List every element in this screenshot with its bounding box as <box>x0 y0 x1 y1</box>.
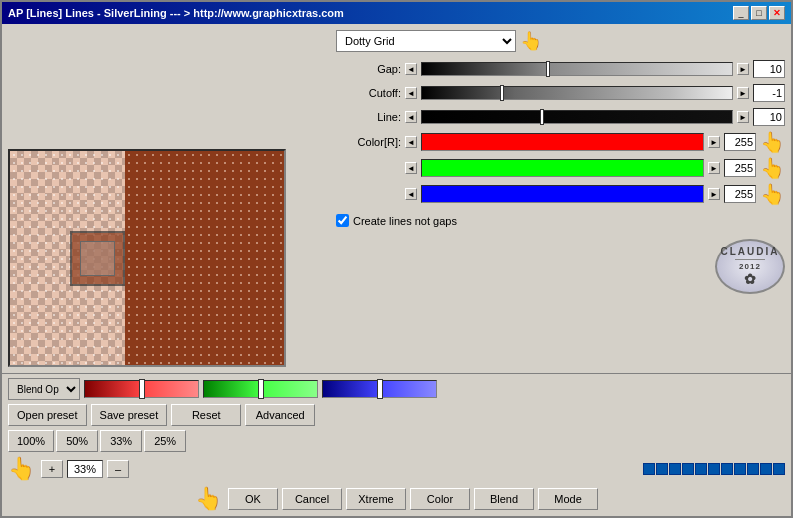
blend-green-thumb[interactable] <box>258 379 264 399</box>
zoom-25-button[interactable]: 25% <box>144 430 186 452</box>
gap-value[interactable]: 10 <box>753 60 785 78</box>
color-r-row: Color[R]: ◄ ► 255 👆 <box>336 132 785 152</box>
checkbox-label: Create lines not gaps <box>353 215 457 227</box>
gap-left-arrow[interactable]: ◄ <box>405 63 417 75</box>
left-panel <box>8 30 328 367</box>
blue-sq-6 <box>708 463 720 475</box>
action-button-row: 👆 OK Cancel Xtreme Color Blend Mode <box>8 486 785 512</box>
advanced-button[interactable]: Advanced <box>245 404 315 426</box>
green-hand-icon: 👆 <box>760 156 785 180</box>
reset-button[interactable]: Reset <box>171 404 241 426</box>
red-left-arrow[interactable]: ◄ <box>405 136 417 148</box>
red-hand-icon: 👆 <box>760 130 785 154</box>
zoom-pointer-icon: 👆 <box>8 456 35 482</box>
blend-button[interactable]: Blend <box>474 488 534 510</box>
green-value[interactable]: 255 <box>724 159 756 177</box>
minimize-button[interactable]: _ <box>733 6 749 20</box>
zoom-50-button[interactable]: 50% <box>56 430 98 452</box>
main-content: Dotty Grid 👆 Gap: ◄ ► 10 Cutoff: ◄ <box>2 24 791 373</box>
color-button[interactable]: Color <box>410 488 470 510</box>
blue-sq-11 <box>773 463 785 475</box>
line-right-arrow[interactable]: ► <box>737 111 749 123</box>
save-preset-button[interactable]: Save preset <box>91 404 168 426</box>
maximize-button[interactable]: □ <box>751 6 767 20</box>
blue-value[interactable]: 255 <box>724 185 756 203</box>
zoom-minus-button[interactable]: – <box>107 460 129 478</box>
gap-slider[interactable] <box>421 62 733 76</box>
blue-squares-indicator <box>643 463 785 475</box>
gap-thumb[interactable] <box>546 61 550 77</box>
gap-right-arrow[interactable]: ► <box>737 63 749 75</box>
red-right-arrow[interactable]: ► <box>708 136 720 148</box>
mode-button[interactable]: Mode <box>538 488 598 510</box>
line-thumb[interactable] <box>540 109 544 125</box>
blend-options-dropdown[interactable]: Blend Opti <box>8 378 80 400</box>
main-window: AP [Lines] Lines - SilverLining --- > ht… <box>0 0 793 518</box>
blue-right-arrow[interactable]: ► <box>708 188 720 200</box>
line-row: Line: ◄ ► 10 <box>336 108 785 126</box>
blue-sq-2 <box>656 463 668 475</box>
color-g-row: ◄ ► 255 👆 <box>336 158 785 178</box>
blue-sq-8 <box>734 463 746 475</box>
zoom-plus-button[interactable]: + <box>41 460 63 478</box>
watermark-row: CLAUDIA 2012 ✿ <box>336 239 785 294</box>
zoom-100-button[interactable]: 100% <box>8 430 54 452</box>
effect-dropdown[interactable]: Dotty Grid <box>336 30 516 52</box>
watermark-text: CLAUDIA <box>721 246 780 257</box>
blue-hand-icon: 👆 <box>760 182 785 206</box>
blend-green-slider[interactable] <box>203 380 318 398</box>
blue-left-arrow[interactable]: ◄ <box>405 188 417 200</box>
dropdown-pointer-icon: 👆 <box>520 30 542 52</box>
title-bar: AP [Lines] Lines - SilverLining --- > ht… <box>2 2 791 24</box>
line-left-arrow[interactable]: ◄ <box>405 111 417 123</box>
create-lines-checkbox[interactable] <box>336 214 349 227</box>
line-value[interactable]: 10 <box>753 108 785 126</box>
green-right-arrow[interactable]: ► <box>708 162 720 174</box>
line-slider[interactable] <box>421 110 733 124</box>
zoom-33-button[interactable]: 33% <box>100 430 142 452</box>
close-button[interactable]: ✕ <box>769 6 785 20</box>
bottom-controls: Blend Opti Open preset Save preset Reset… <box>2 373 791 516</box>
cutoff-label: Cutoff: <box>336 87 401 99</box>
title-text: AP [Lines] Lines - SilverLining --- > ht… <box>8 7 344 19</box>
ok-button[interactable]: OK <box>228 488 278 510</box>
cutoff-slider[interactable] <box>421 86 733 100</box>
green-bar[interactable] <box>421 159 704 177</box>
cutoff-value[interactable]: -1 <box>753 84 785 102</box>
cutoff-right-arrow[interactable]: ► <box>737 87 749 99</box>
preview-small-box-inner <box>80 241 115 276</box>
watermark-badge: CLAUDIA 2012 ✿ <box>715 239 785 294</box>
blend-blue-slider[interactable] <box>322 380 437 398</box>
right-panel: Dotty Grid 👆 Gap: ◄ ► 10 Cutoff: ◄ <box>336 30 785 367</box>
color-r-label: Color[R]: <box>336 136 401 148</box>
title-buttons: _ □ ✕ <box>733 6 785 20</box>
dropdown-row: Dotty Grid 👆 <box>336 30 785 52</box>
cancel-button[interactable]: Cancel <box>282 488 342 510</box>
blend-blue-thumb[interactable] <box>377 379 383 399</box>
blend-row: Blend Opti <box>8 378 785 400</box>
red-value[interactable]: 255 <box>724 133 756 151</box>
open-preset-button[interactable]: Open preset <box>8 404 87 426</box>
blue-bar[interactable] <box>421 185 704 203</box>
blend-red-thumb[interactable] <box>139 379 145 399</box>
xtreme-button[interactable]: Xtreme <box>346 488 406 510</box>
green-left-arrow[interactable]: ◄ <box>405 162 417 174</box>
red-bar[interactable] <box>421 133 704 151</box>
cutoff-thumb[interactable] <box>500 85 504 101</box>
blue-sq-9 <box>747 463 759 475</box>
line-label: Line: <box>336 111 401 123</box>
blue-sq-1 <box>643 463 655 475</box>
watermark-subtext: 2012 <box>739 262 761 271</box>
cutoff-row: Cutoff: ◄ ► -1 <box>336 84 785 102</box>
cutoff-left-arrow[interactable]: ◄ <box>405 87 417 99</box>
zoom-row: 100% 50% 33% 25% <box>8 430 785 452</box>
preset-button-row: Open preset Save preset Reset Advanced <box>8 404 785 426</box>
blue-sq-7 <box>721 463 733 475</box>
action-pointer-icon: 👆 <box>195 486 222 512</box>
gap-row: Gap: ◄ ► 10 <box>336 60 785 78</box>
color-b-row: ◄ ► 255 👆 <box>336 184 785 204</box>
blend-red-slider[interactable] <box>84 380 199 398</box>
preview-box <box>8 149 286 367</box>
preview-rust-dots <box>125 151 284 365</box>
zoom-display: 33% <box>67 460 103 478</box>
